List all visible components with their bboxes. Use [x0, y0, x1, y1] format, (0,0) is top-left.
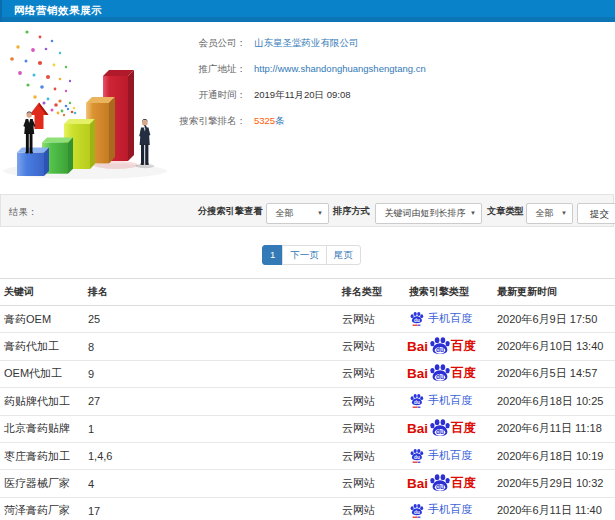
page-title: 网络营销效果展示 [14, 4, 102, 18]
baidu-chars-text: 百度 [451, 475, 476, 492]
chevron-down-icon: ▼ [317, 204, 323, 223]
header-rank: 排名 [84, 279, 338, 306]
engine-select[interactable]: 全部 ▼ [266, 203, 329, 224]
cell-keyword: 北京膏药贴牌 [0, 415, 84, 442]
svg-text:du: du [414, 510, 420, 515]
baidu-paw-icon: du [428, 418, 452, 438]
title-bar: 网络营销效果展示 [0, 0, 615, 22]
last-page-button[interactable]: 尾页 [326, 245, 361, 265]
result-label: 结果： [9, 195, 38, 228]
header-rank-type: 排名类型 [338, 279, 405, 306]
cell-updated: 2020年6月18日 10:25 [493, 388, 615, 415]
mobile-baidu-logo: du 手机百度 [409, 502, 472, 518]
article-type-select[interactable]: 全部 ▼ [526, 203, 573, 224]
baidu-logo: Bai du 百度 [407, 419, 476, 439]
bar-chart-illustration [0, 25, 185, 190]
mobile-baidu-icon: du [409, 310, 424, 326]
cell-updated: 2020年6月11日 11:18 [493, 415, 615, 442]
svg-text:du: du [414, 400, 420, 405]
rank-count-unit: 条 [275, 115, 285, 126]
baidu-bai-text: Bai [407, 339, 428, 354]
cell-rank-type: 云网站 [338, 497, 405, 520]
mobile-baidu-logo: du 手机百度 [409, 310, 472, 326]
mobile-baidu-label: 手机百度 [428, 502, 472, 517]
table-row: 膏药OEM25云网站 du 手机百度2020年6月9日 17:50 [0, 306, 615, 333]
cell-updated: 2020年5月29日 10:32 [493, 470, 615, 497]
cell-engine: du 手机百度 [405, 388, 493, 415]
field-company: 会员公司： 山东皇圣堂药业有限公司 [0, 37, 615, 49]
mobile-baidu-icon: du [409, 447, 424, 463]
table-body: 膏药OEM25云网站 du 手机百度2020年6月9日 17:50膏药代加工8云… [0, 306, 615, 520]
rank-count-value: 5325条 [254, 115, 285, 128]
title-bar-edge [0, 0, 2, 22]
next-page-button[interactable]: 下一页 [282, 245, 327, 265]
cell-rank-type: 云网站 [338, 415, 405, 442]
cell-engine: du 手机百度 [405, 306, 493, 333]
filter-bar: 结果： 分搜索引擎查看 全部 ▼ 排序方式 关键词由短到长排序 ▼ 文章类型 全… [0, 194, 614, 227]
table-row: 菏泽膏药厂家17云网站 du 手机百度2020年6月11日 11:40 [0, 497, 615, 520]
mobile-baidu-label: 手机百度 [428, 393, 472, 408]
cell-engine: du 手机百度 [405, 442, 493, 469]
field-company-label: 会员公司： [199, 37, 247, 50]
engine-filter-label: 分搜索引擎查看 [198, 195, 262, 228]
bar-blue [17, 148, 49, 176]
baidu-bai-text: Bai [407, 366, 428, 381]
cell-updated: 2020年6月10日 13:40 [493, 333, 615, 360]
cell-rank-type: 云网站 [338, 388, 405, 415]
sort-select[interactable]: 关键词由短到长排序 ▼ [375, 203, 482, 224]
field-open-time: 开通时间： 2019年11月20日 09:08 [0, 89, 615, 101]
pagination: 1 下一页 尾页 [262, 245, 361, 265]
field-rank-count-label: 搜索引擎排名： [180, 115, 247, 128]
results-table: 关键词 排名 排名类型 搜索引擎类型 最新更新时间 膏药OEM25云网站 du … [0, 278, 615, 520]
cell-engine: du 手机百度 [405, 497, 493, 520]
baidu-logo: Bai du 百度 [407, 364, 476, 384]
svg-text:du: du [436, 346, 444, 353]
cell-keyword: 菏泽膏药厂家 [0, 497, 84, 520]
cell-keyword: 药贴牌代加工 [0, 388, 84, 415]
header-keyword: 关键词 [0, 279, 84, 306]
cell-engine: Bai du 百度 [405, 470, 493, 497]
mobile-baidu-icon: du [409, 502, 424, 518]
promo-url-link[interactable]: http://www.shandonghuangshengtang.cn [254, 63, 426, 74]
cell-rank: 27 [84, 388, 338, 415]
open-time-value: 2019年11月20日 09:08 [254, 89, 350, 102]
header-updated: 最新更新时间 [493, 279, 615, 306]
sort-select-value: 关键词由短到长排序 [385, 208, 466, 218]
baidu-chars-text: 百度 [451, 338, 476, 355]
page: 网络营销效果展示 [0, 0, 615, 520]
cell-updated: 2020年6月5日 14:57 [493, 360, 615, 387]
table-header-row: 关键词 排名 排名类型 搜索引擎类型 最新更新时间 [0, 279, 615, 306]
rank-count-number: 5325 [254, 115, 275, 126]
field-open-time-label: 开通时间： [199, 89, 247, 102]
submit-button[interactable]: 提交 [577, 203, 615, 224]
mobile-baidu-icon: du [409, 392, 424, 408]
baidu-bai-text: Bai [407, 476, 428, 491]
cell-rank: 8 [84, 333, 338, 360]
company-link[interactable]: 山东皇圣堂药业有限公司 [254, 37, 359, 50]
svg-text:du: du [414, 455, 420, 460]
cell-rank: 1 [84, 415, 338, 442]
baidu-logo: Bai du 百度 [407, 337, 476, 357]
field-url-label: 推广地址： [199, 63, 247, 76]
cell-keyword: 膏药OEM [0, 306, 84, 333]
cell-keyword: 枣庄膏药加工 [0, 442, 84, 469]
table-row: 医疗器械厂家4云网站Bai du 百度2020年5月29日 10:32 [0, 470, 615, 497]
cell-keyword: 膏药代加工 [0, 333, 84, 360]
svg-text:du: du [436, 428, 444, 435]
page-1-button[interactable]: 1 [262, 245, 283, 265]
table-row: 枣庄膏药加工1,4,6云网站 du 手机百度2020年6月18日 10:19 [0, 442, 615, 469]
cell-rank: 17 [84, 497, 338, 520]
baidu-bai-text: Bai [407, 421, 428, 436]
cell-rank-type: 云网站 [338, 470, 405, 497]
baidu-paw-icon: du [428, 363, 452, 383]
cell-rank: 25 [84, 306, 338, 333]
chevron-down-icon: ▼ [470, 204, 476, 223]
cell-engine: Bai du 百度 [405, 360, 493, 387]
svg-text:du: du [436, 373, 444, 380]
mobile-baidu-logo: du 手机百度 [409, 392, 472, 408]
chevron-down-icon: ▼ [561, 204, 567, 223]
svg-text:du: du [414, 318, 420, 323]
header-engine-type: 搜索引擎类型 [405, 279, 493, 306]
engine-select-value: 全部 [276, 208, 294, 218]
cell-engine: Bai du 百度 [405, 333, 493, 360]
